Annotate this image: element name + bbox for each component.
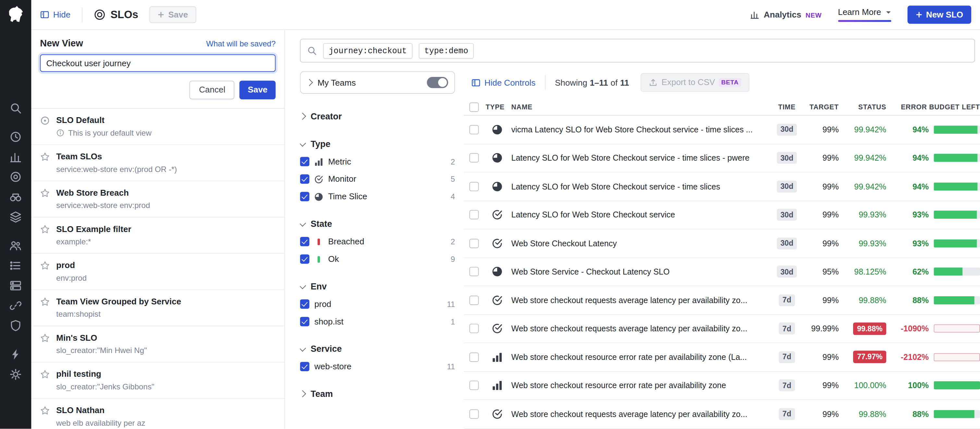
facet-checkbox[interactable] — [300, 317, 309, 326]
facet-item[interactable]: Monitor 5 — [300, 174, 455, 184]
slo-name[interactable]: Web store checkout resource error rate p… — [511, 381, 772, 390]
save-button[interactable]: Save — [240, 81, 276, 99]
sidebar-servers-icon[interactable] — [10, 280, 22, 292]
facet-section-header[interactable]: State — [300, 219, 455, 229]
row-checkbox[interactable] — [469, 353, 479, 362]
saved-view-item[interactable]: phil testing slo_creator:"Jenks Gibbons" — [31, 362, 284, 399]
save-view-header-button[interactable]: Save — [150, 6, 196, 23]
sidebar-chart-icon[interactable] — [10, 151, 22, 163]
row-checkbox[interactable] — [469, 153, 479, 162]
row-checkbox[interactable] — [469, 267, 479, 276]
slo-row[interactable]: Web Store Checkout Latency 30d 99% 99.93… — [464, 229, 980, 258]
sidebar-link-icon[interactable] — [10, 300, 22, 312]
column-header[interactable]: TARGET — [801, 103, 839, 111]
row-checkbox[interactable] — [469, 210, 479, 220]
slo-row[interactable]: Latency SLO for Web Store Checkout servi… — [464, 173, 980, 201]
export-csv-button[interactable]: Export to CSV BETA — [641, 73, 749, 92]
new-slo-button[interactable]: New SLO — [907, 6, 971, 24]
sidebar-search-icon[interactable] — [10, 102, 22, 114]
slo-name[interactable]: Web Store Service - Checkout Latency SLO — [511, 267, 772, 276]
learn-more-dropdown[interactable]: Learn More — [838, 8, 891, 22]
sidebar-layers-icon[interactable] — [10, 211, 22, 223]
sidebar-shield-icon[interactable] — [10, 319, 22, 332]
slo-name[interactable]: Web store checkout requests average late… — [511, 409, 772, 419]
datadog-logo[interactable] — [5, 4, 26, 25]
slo-row[interactable]: Web store checkout resource error rate p… — [464, 372, 980, 400]
facet-checkbox[interactable] — [300, 157, 309, 166]
search-token[interactable]: type:demo — [418, 43, 474, 59]
column-header[interactable]: STATUS — [839, 103, 886, 111]
slo-name[interactable]: Web store checkout requests average late… — [511, 324, 772, 333]
slo-row[interactable]: Latency SLO for Web Store Checkout servi… — [464, 144, 980, 173]
column-header[interactable]: ERROR BUDGET LEFT — [886, 103, 980, 111]
slo-name[interactable]: Web store checkout requests average late… — [511, 296, 772, 305]
column-header[interactable]: TIME — [773, 103, 802, 111]
facet-section-header[interactable]: Type — [300, 139, 455, 149]
slo-name[interactable]: vicma Latency SLO for Web Store Checkout… — [511, 125, 772, 134]
slo-name[interactable]: Latency SLO for Web Store Checkout servi… — [511, 182, 772, 191]
search-token[interactable]: journey:checkout — [323, 43, 412, 59]
my-teams-filter[interactable]: My Teams — [300, 72, 455, 94]
slo-name[interactable]: Web Store Checkout Latency — [511, 238, 772, 248]
row-checkbox[interactable] — [469, 238, 479, 248]
facet-checkbox[interactable] — [300, 174, 309, 184]
slo-row[interactable]: Web store checkout requests average late… — [464, 286, 980, 315]
facet-checkbox[interactable] — [300, 254, 309, 264]
hide-controls-button[interactable]: Hide Controls — [471, 78, 535, 87]
cancel-button[interactable]: Cancel — [189, 81, 235, 99]
facet-item[interactable]: Metric 2 — [300, 157, 455, 166]
saved-view-default[interactable]: SLO Default This is your default view — [31, 108, 284, 145]
hide-views-button[interactable]: Hide — [40, 10, 70, 19]
slo-row[interactable]: Web store checkout requests average late… — [464, 400, 980, 429]
row-checkbox[interactable] — [469, 125, 479, 134]
facet-checkbox[interactable] — [300, 362, 309, 371]
facet-item[interactable]: Ok 9 — [300, 254, 455, 264]
view-name-input[interactable] — [40, 54, 275, 72]
facet-section-header[interactable]: Creator — [300, 111, 455, 121]
facet-item[interactable]: prod 11 — [300, 300, 455, 309]
row-checkbox[interactable] — [469, 381, 479, 390]
slo-search-bar[interactable]: journey:checkouttype:demo — [300, 39, 975, 62]
facet-checkbox[interactable] — [300, 192, 309, 201]
facet-item[interactable]: web-store 11 — [300, 362, 455, 371]
what-will-be-saved-link[interactable]: What will be saved? — [206, 39, 275, 48]
facet-checkbox[interactable] — [300, 300, 309, 309]
slo-row[interactable]: Latency SLO for Web Store Checkout servi… — [464, 201, 980, 229]
facet-section-header[interactable]: Env — [300, 281, 455, 291]
sidebar-list-icon[interactable] — [10, 259, 22, 272]
select-all-checkbox[interactable] — [469, 102, 479, 112]
sidebar-bolt-icon[interactable] — [10, 348, 22, 361]
slo-row[interactable]: Web store checkout resource error rate p… — [464, 343, 980, 372]
sidebar-gear-icon[interactable] — [10, 368, 22, 381]
sidebar-people-icon[interactable] — [10, 240, 22, 252]
column-header[interactable]: NAME — [511, 103, 772, 111]
saved-view-item[interactable]: Min's SLO slo_creator:"Min Hwei Ng" — [31, 326, 284, 362]
saved-view-item[interactable]: Web Store Breach service:web-store env:p… — [31, 181, 284, 218]
slo-row[interactable]: vicma Latency SLO for Web Store Checkout… — [464, 116, 980, 144]
slo-name[interactable]: Latency SLO for Web Store Checkout servi… — [511, 210, 772, 220]
my-teams-toggle[interactable] — [427, 77, 448, 88]
facet-section-header[interactable]: Team — [300, 389, 455, 399]
saved-view-item[interactable]: Team View Grouped by Service team:shopis… — [31, 290, 284, 326]
row-checkbox[interactable] — [469, 296, 479, 305]
saved-view-item[interactable]: prod env:prod — [31, 253, 284, 290]
saved-view-item[interactable]: Team SLOs service:web-store env:(prod OR… — [31, 145, 284, 181]
slo-row[interactable]: Web Store Service - Checkout Latency SLO… — [464, 257, 980, 286]
slo-row[interactable]: Web store checkout requests average late… — [464, 315, 980, 343]
facet-item[interactable]: Time Slice 4 — [300, 192, 455, 201]
saved-view-item[interactable]: SLO Nathan web elb availability per az — [31, 399, 284, 429]
saved-view-item[interactable]: SLO Example filter example:* — [31, 217, 284, 253]
facet-checkbox[interactable] — [300, 237, 309, 246]
facet-item[interactable]: Breached 2 — [300, 237, 455, 246]
facet-item[interactable]: shop.ist 1 — [300, 317, 455, 326]
sidebar-target-icon[interactable] — [10, 171, 22, 183]
column-header[interactable]: TYPE — [482, 103, 511, 111]
row-checkbox[interactable] — [469, 182, 479, 191]
row-checkbox[interactable] — [469, 409, 479, 419]
row-checkbox[interactable] — [469, 324, 479, 333]
sidebar-clock-icon[interactable] — [10, 131, 22, 143]
slo-name[interactable]: Web store checkout resource error rate p… — [511, 353, 772, 362]
sidebar-binoculars-icon[interactable] — [10, 191, 22, 203]
facet-section-header[interactable]: Service — [300, 344, 455, 354]
analytics-link[interactable]: Analytics NEW — [750, 10, 822, 19]
